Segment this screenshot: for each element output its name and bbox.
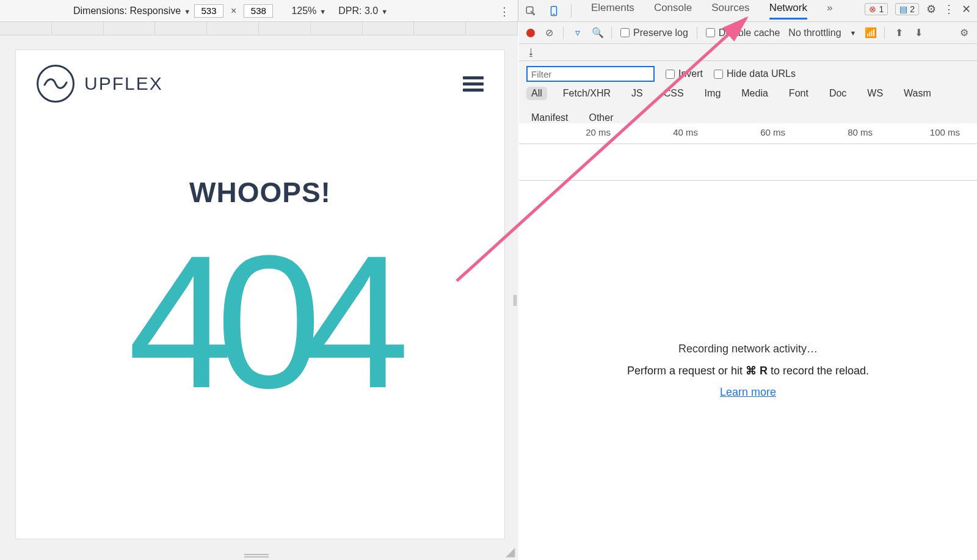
empty-line2: Perform a request or hit ⌘ R to record t… xyxy=(627,364,869,377)
devtools-tabbar: Elements Console Sources Network » ⊗1 ▤2… xyxy=(518,0,977,21)
tick: 60 ms xyxy=(749,127,785,144)
type-img[interactable]: Img xyxy=(700,87,726,100)
network-empty-state: Recording network activity… Perform a re… xyxy=(519,181,977,560)
filter-toggle-icon[interactable]: ▿ xyxy=(572,27,583,38)
type-doc[interactable]: Doc xyxy=(824,87,851,100)
zoom-dropdown[interactable]: 125% ▼ xyxy=(291,5,326,16)
network-toolbar: ⊘ ▿ 🔍 Preserve log Disable cache No thro… xyxy=(519,22,977,44)
filter-input[interactable] xyxy=(526,66,655,82)
type-media[interactable]: Media xyxy=(736,87,773,100)
tab-sources[interactable]: Sources xyxy=(711,2,749,20)
import-har-icon[interactable]: ⬆ xyxy=(893,27,904,38)
error-code: 404 xyxy=(16,227,504,416)
device-toggle-icon[interactable] xyxy=(548,5,560,17)
type-fetchxhr[interactable]: Fetch/XHR xyxy=(558,87,616,100)
brand-logo[interactable]: UPFLEX xyxy=(37,65,163,103)
rulers-strip xyxy=(0,22,518,35)
resize-handle-bottom[interactable] xyxy=(244,554,269,558)
type-wasm[interactable]: Wasm xyxy=(899,87,936,100)
devtools-settings-icon[interactable]: ⚙ xyxy=(926,2,936,16)
rendered-page[interactable]: UPFLEX WHOOPS! 404 xyxy=(16,50,504,539)
inspect-icon[interactable] xyxy=(525,5,537,17)
tick: 100 ms xyxy=(923,127,960,144)
type-font[interactable]: Font xyxy=(784,87,813,100)
tick: 40 ms xyxy=(661,127,698,144)
type-manifest[interactable]: Manifest xyxy=(526,111,573,125)
pane-splitter[interactable]: ‖ xyxy=(511,293,518,318)
network-conditions-icon[interactable]: 📶 xyxy=(865,27,876,38)
tabs-overflow-icon[interactable]: » xyxy=(827,2,832,20)
learn-more-link[interactable]: Learn more xyxy=(720,386,776,399)
tab-network[interactable]: Network xyxy=(769,2,807,20)
device-toolbar: Dimensions: Responsive ▼ × 125% ▼ DPR: 3… xyxy=(0,0,518,21)
tick: 80 ms xyxy=(836,127,873,144)
type-js[interactable]: JS xyxy=(627,87,648,100)
clear-icon[interactable]: ⊘ xyxy=(543,27,554,38)
viewport-height-input[interactable] xyxy=(244,4,273,18)
search-icon[interactable]: 🔍 xyxy=(592,27,603,38)
type-other[interactable]: Other xyxy=(584,111,618,125)
network-download-row: ⭳ xyxy=(519,44,977,61)
throttling-dropdown[interactable]: No throttling▼ xyxy=(788,27,856,38)
disable-cache-checkbox[interactable]: Disable cache xyxy=(706,27,780,38)
dimensions-dropdown[interactable]: Dimensions: Responsive ▼ xyxy=(73,5,191,16)
logo-icon xyxy=(37,65,74,103)
error-heading: WHOOPS! xyxy=(16,176,504,209)
preserve-log-checkbox[interactable]: Preserve log xyxy=(620,27,688,38)
viewport-width-input[interactable] xyxy=(194,4,223,18)
messages-badge[interactable]: ▤2 xyxy=(895,3,919,15)
record-icon[interactable] xyxy=(526,29,535,37)
resource-type-filter: All Fetch/XHR JS CSS Img Media Font Doc … xyxy=(526,87,970,125)
download-icon[interactable]: ⭳ xyxy=(526,47,536,58)
tick: 20 ms xyxy=(574,127,611,144)
type-all[interactable]: All xyxy=(526,87,547,100)
device-toolbar-menu-icon[interactable]: ⋮ xyxy=(499,5,509,18)
dpr-dropdown[interactable]: DPR: 3.0 ▼ xyxy=(338,5,388,16)
type-ws[interactable]: WS xyxy=(862,87,888,100)
resize-handle-corner[interactable]: ◢ xyxy=(506,544,515,559)
devtools-close-icon[interactable]: ✕ xyxy=(962,2,971,16)
empty-line1: Recording network activity… xyxy=(678,343,818,355)
dimension-separator: × xyxy=(231,5,236,16)
tab-elements[interactable]: Elements xyxy=(591,2,634,20)
devtools-menu-icon[interactable]: ⋮ xyxy=(943,2,954,16)
brand-name: UPFLEX xyxy=(84,73,163,94)
network-settings-icon[interactable]: ⚙ xyxy=(959,27,970,38)
tab-console[interactable]: Console xyxy=(654,2,692,20)
errors-badge[interactable]: ⊗1 xyxy=(865,3,888,15)
device-stage: UPFLEX WHOOPS! 404 ◢ xyxy=(0,35,518,560)
hamburger-menu-icon[interactable] xyxy=(463,73,484,95)
waterfall-overview[interactable] xyxy=(519,144,977,181)
export-har-icon[interactable]: ⬇ xyxy=(913,27,924,38)
type-css[interactable]: CSS xyxy=(659,87,689,100)
waterfall-ruler: 20 ms 40 ms 60 ms 80 ms 100 ms xyxy=(519,123,977,144)
invert-checkbox[interactable]: Invert xyxy=(666,68,703,79)
hide-data-urls-checkbox[interactable]: Hide data URLs xyxy=(714,68,796,79)
